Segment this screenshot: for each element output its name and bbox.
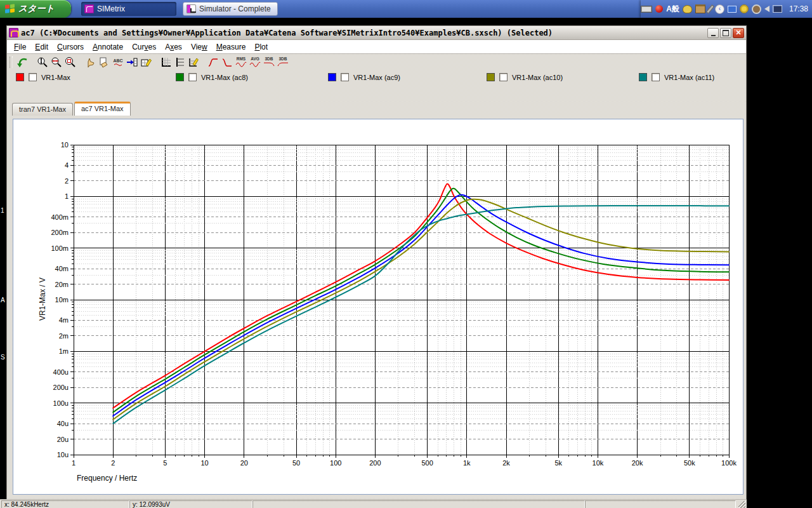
zoom-y-button[interactable] bbox=[36, 55, 49, 69]
svg-text:20k: 20k bbox=[632, 459, 643, 467]
svg-text:10: 10 bbox=[200, 459, 208, 467]
tab-tran7-vr1max[interactable]: tran7 VR1-Max bbox=[12, 103, 73, 116]
undo-button[interactable] bbox=[16, 55, 30, 69]
select-hand-button[interactable] bbox=[83, 55, 97, 69]
simetrix-graph-window: ac7 (C:¥Documents and Settings¥Owner¥App… bbox=[6, 25, 747, 508]
graph-panel[interactable]: 1251020501002005001k2k5k10k20k50k100k104… bbox=[13, 119, 743, 495]
pen-icon[interactable] bbox=[706, 4, 714, 14]
menu-cursors[interactable]: Cursors bbox=[53, 41, 88, 53]
lowpass-3db-icon: 3DB bbox=[262, 56, 276, 69]
curve-label: VR1-Max (ac8) bbox=[201, 74, 248, 81]
y-axis-label: VR1-Max / V bbox=[38, 277, 47, 321]
ime-pen-icon[interactable] bbox=[655, 5, 663, 13]
lowpass-3db-button[interactable]: 3DB bbox=[262, 55, 276, 69]
curve-legend-bar: VR1-Max VR1-Max (ac8) VR1-Max (ac9) VR1-… bbox=[7, 70, 746, 86]
simetrix-icon bbox=[84, 4, 94, 13]
taskbar-button-simulator[interactable]: Simulator - Complete bbox=[183, 2, 278, 16]
zoom-box-icon bbox=[64, 56, 77, 69]
curve-checkbox[interactable] bbox=[188, 73, 197, 81]
status-cursor-y: y: 12.0993uV bbox=[129, 500, 252, 508]
taskbar-button-simetrix[interactable]: SIMetrix bbox=[81, 2, 176, 16]
globe-icon[interactable] bbox=[740, 4, 749, 13]
zoom-x-button[interactable] bbox=[49, 55, 63, 69]
svg-text:RMS: RMS bbox=[237, 57, 246, 61]
show-grid-button[interactable] bbox=[159, 55, 173, 69]
curve-color-swatch[interactable] bbox=[176, 73, 184, 81]
rise-time-button[interactable] bbox=[206, 55, 220, 69]
simulator-icon bbox=[187, 4, 196, 13]
minimize-button[interactable] bbox=[707, 28, 719, 38]
x-axis-label: Frequency / Hertz bbox=[77, 474, 137, 483]
edit-graph-button[interactable] bbox=[139, 55, 153, 69]
menu-file[interactable]: File bbox=[10, 41, 30, 53]
toolbar-grip[interactable] bbox=[10, 57, 13, 68]
curve-label: VR1-Max (ac9) bbox=[353, 74, 400, 81]
curve-label: VR1-Max (ac10) bbox=[512, 74, 563, 81]
svg-text:1k: 1k bbox=[463, 459, 471, 467]
svg-text:200: 200 bbox=[369, 459, 381, 467]
fall-time-button[interactable] bbox=[220, 55, 234, 69]
svg-text:4: 4 bbox=[65, 161, 69, 169]
menu-view[interactable]: View bbox=[187, 41, 212, 53]
edit-axis-button[interactable] bbox=[187, 55, 200, 69]
toolbox-icon[interactable] bbox=[695, 4, 705, 13]
svg-text:2m: 2m bbox=[59, 332, 69, 340]
curve-color-swatch[interactable] bbox=[487, 73, 495, 81]
zoom-box-button[interactable] bbox=[63, 55, 77, 69]
tab-ac7-vr1max[interactable]: ac7 VR1-Max bbox=[74, 102, 131, 116]
title-bar[interactable]: ac7 (C:¥Documents and Settings¥Owner¥App… bbox=[7, 26, 746, 40]
maximize-button[interactable] bbox=[720, 28, 731, 38]
curve-color-swatch[interactable] bbox=[328, 73, 336, 81]
curve-vr1-max-ac9[interactable] bbox=[113, 195, 729, 416]
move-hand-button[interactable] bbox=[97, 55, 111, 69]
svg-text:400u: 400u bbox=[53, 368, 69, 376]
curve-checkbox[interactable] bbox=[29, 73, 37, 81]
curve-vr1-max[interactable] bbox=[113, 184, 729, 408]
avg-button[interactable]: AVG bbox=[248, 55, 262, 69]
menu-measure[interactable]: Measure bbox=[212, 41, 251, 53]
curve-checkbox[interactable] bbox=[499, 73, 508, 81]
close-button[interactable]: ✕ bbox=[733, 28, 744, 38]
network-icon[interactable] bbox=[728, 6, 737, 13]
legend-item: VR1-Max (ac11) bbox=[639, 73, 714, 81]
svg-text:100: 100 bbox=[330, 459, 341, 467]
highpass-3db-button[interactable]: 3DB bbox=[276, 55, 290, 69]
display-monitor-icon[interactable] bbox=[773, 5, 782, 13]
add-axis-button[interactable] bbox=[125, 55, 139, 69]
curve-checkbox[interactable] bbox=[341, 73, 349, 81]
rms-button[interactable]: RMS bbox=[234, 55, 248, 69]
menu-curves[interactable]: Curves bbox=[128, 41, 160, 53]
hide-icons-chevron[interactable]: ‹ bbox=[715, 4, 724, 14]
add-axis-icon bbox=[126, 56, 138, 69]
svg-text:3DB: 3DB bbox=[265, 57, 273, 61]
volume-icon[interactable] bbox=[764, 6, 769, 12]
show-axes-button[interactable] bbox=[173, 55, 187, 69]
curve-color-swatch[interactable] bbox=[16, 73, 24, 81]
keyboard-icon[interactable] bbox=[641, 6, 652, 13]
desktop: { "taskbar": { "start_label": "スタート", "b… bbox=[0, 0, 812, 508]
svg-text:400m: 400m bbox=[51, 213, 69, 221]
palette-icon[interactable] bbox=[683, 5, 692, 13]
annotate-text-icon: ABC bbox=[112, 56, 124, 69]
add-text-button[interactable]: ABC bbox=[111, 55, 125, 69]
resize-grip[interactable] bbox=[738, 501, 745, 508]
ime-mode-indicator[interactable]: A般 bbox=[666, 4, 679, 15]
start-button[interactable]: スタート bbox=[0, 0, 71, 18]
search-loupe-icon[interactable] bbox=[752, 4, 761, 14]
menu-annotate[interactable]: Annotate bbox=[88, 41, 128, 53]
menu-bar: File Edit Cursors Annotate Curves Axes V… bbox=[7, 40, 746, 54]
curve-color-swatch[interactable] bbox=[639, 73, 647, 81]
menu-axes[interactable]: Axes bbox=[160, 41, 187, 53]
taskbar-button-label: Simulator - Complete bbox=[199, 4, 271, 13]
svg-text:100m: 100m bbox=[51, 244, 69, 252]
menu-plot[interactable]: Plot bbox=[250, 41, 272, 53]
curve-checkbox[interactable] bbox=[652, 73, 660, 81]
edit-graph-icon bbox=[140, 56, 152, 69]
svg-text:20: 20 bbox=[240, 459, 248, 467]
plot-svg[interactable]: 1251020501002005001k2k5k10k20k50k100k104… bbox=[13, 119, 743, 494]
svg-text:100u: 100u bbox=[53, 399, 69, 407]
toolbar-spacer bbox=[7, 86, 746, 102]
graph-tab-bar: tran7 VR1-Max ac7 VR1-Max bbox=[7, 102, 746, 116]
menu-edit[interactable]: Edit bbox=[30, 41, 53, 53]
legend-item: VR1-Max (ac9) bbox=[328, 73, 400, 81]
